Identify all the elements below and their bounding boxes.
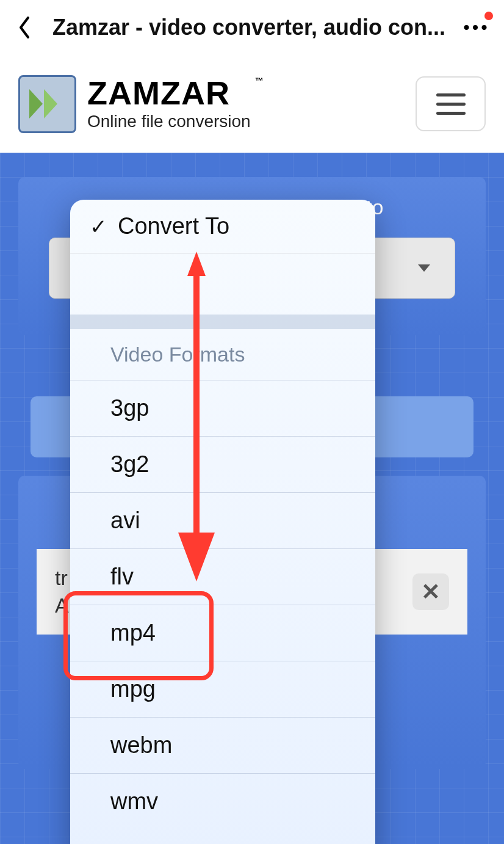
dropdown-group-separator bbox=[70, 315, 375, 329]
remove-file-button[interactable]: ✕ bbox=[412, 573, 449, 610]
dropdown-item-mp4[interactable]: mp4 bbox=[70, 605, 375, 661]
logo-icon bbox=[18, 75, 76, 133]
svg-marker-0 bbox=[29, 89, 43, 118]
check-icon: ✓ bbox=[90, 214, 107, 239]
more-menu-button[interactable]: ••• bbox=[461, 15, 492, 40]
more-dots-icon: ••• bbox=[463, 18, 490, 37]
dropdown-header[interactable]: ✓ Convert To bbox=[70, 200, 375, 253]
dropdown-item-mpg[interactable]: mpg bbox=[70, 661, 375, 717]
dropdown-body[interactable]: Video Formats 3gp 3g2 avi flv mp4 mpg we… bbox=[70, 253, 375, 844]
back-button[interactable] bbox=[12, 15, 37, 40]
dropdown-item-3g2[interactable]: 3g2 bbox=[70, 436, 375, 492]
brand-text: ZAMZAR™ Online file conversion bbox=[87, 76, 251, 131]
trademark-icon: ™ bbox=[255, 76, 264, 85]
dropdown-header-label: Convert To bbox=[118, 213, 229, 239]
dropdown-item-webm[interactable]: webm bbox=[70, 717, 375, 773]
hamburger-menu-button[interactable] bbox=[416, 76, 486, 131]
file-line2: A bbox=[55, 594, 69, 617]
brand-tagline: Online file conversion bbox=[87, 112, 251, 131]
dropdown-item-avi[interactable]: avi bbox=[70, 492, 375, 548]
close-icon: ✕ bbox=[421, 578, 441, 605]
brand-name: ZAMZAR™ bbox=[87, 76, 251, 109]
hamburger-line-icon bbox=[436, 103, 466, 106]
back-chevron-icon bbox=[16, 15, 32, 40]
caret-down-icon bbox=[418, 264, 430, 272]
hamburger-line-icon bbox=[436, 93, 466, 96]
file-line1: tr bbox=[55, 566, 69, 590]
browser-top-bar: Zamzar - video converter, audio con... •… bbox=[0, 0, 504, 55]
page-title: Zamzar - video converter, audio con... bbox=[37, 15, 461, 40]
svg-marker-1 bbox=[44, 89, 57, 118]
dropdown-item-flv[interactable]: flv bbox=[70, 548, 375, 605]
site-header: ZAMZAR™ Online file conversion bbox=[0, 55, 504, 153]
format-dropdown: ✓ Convert To Video Formats 3gp 3g2 avi f… bbox=[70, 200, 375, 844]
brand[interactable]: ZAMZAR™ Online file conversion bbox=[18, 75, 251, 133]
dropdown-item-3gp[interactable]: 3gp bbox=[70, 380, 375, 436]
hamburger-line-icon bbox=[436, 112, 466, 115]
dropdown-group-label: Video Formats bbox=[70, 329, 375, 380]
dropdown-spacer bbox=[70, 253, 375, 315]
dropdown-item-wmv[interactable]: wmv bbox=[70, 773, 375, 829]
notification-dot-icon bbox=[484, 12, 493, 20]
